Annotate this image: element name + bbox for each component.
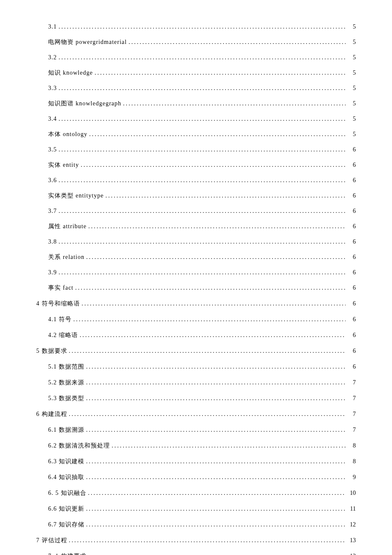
toc-entry-label: 电网物资 powergridmaterial — [48, 38, 127, 46]
toc-entry-page: 6 — [347, 316, 356, 323]
toc-leader-dots — [86, 363, 346, 370]
toc-entry[interactable]: 知识 knowledge5 — [36, 69, 356, 77]
toc-leader-dots — [59, 269, 346, 276]
toc-entry-label: 属性 attribute — [48, 223, 86, 230]
toc-entry[interactable]: 实体类型 entitytype6 — [36, 192, 356, 200]
toc-entry[interactable]: 6.3 知识建模8 — [36, 458, 356, 465]
toc-entry-label: 6 构建流程 — [36, 410, 67, 418]
toc-entry-page: 5 — [347, 116, 356, 122]
toc-entry-page: 6 — [347, 177, 356, 184]
toc-entry[interactable]: 6 构建流程7 — [36, 410, 356, 418]
toc-entry-label: 事实 fact — [48, 284, 73, 292]
toc-entry[interactable]: 6.4 知识抽取9 — [36, 474, 356, 481]
toc-entry[interactable]: 6.2 数据清洗和预处理8 — [36, 442, 356, 450]
toc-entry[interactable]: 3.9 6 — [36, 269, 356, 276]
toc-entry[interactable]: 6. 5 知识融合10 — [36, 489, 356, 497]
toc-entry[interactable]: 事实 fact6 — [36, 284, 356, 292]
toc-entry-page: 13 — [347, 537, 356, 544]
toc-entry[interactable]: 6.1 数据溯源7 — [36, 426, 356, 434]
toc-leader-dots — [106, 192, 346, 199]
toc-entry[interactable]: 3.6 6 — [36, 177, 356, 184]
toc-entry-label: 3.7 — [48, 208, 57, 215]
toc-entry-label: 知识图谱 knowledgegraph — [48, 100, 121, 108]
toc-entry-label: 实体类型 entitytype — [48, 192, 104, 200]
toc-leader-dots — [89, 131, 346, 138]
toc-leader-dots — [86, 474, 346, 481]
toc-leader-dots — [86, 395, 346, 402]
toc-entry[interactable]: 3.7 6 — [36, 208, 356, 215]
toc-entry-page: 6 — [347, 332, 356, 339]
toc-leader-dots — [69, 348, 346, 355]
toc-leader-dots — [59, 116, 346, 122]
toc-leader-dots — [86, 427, 346, 433]
toc-leader-dots — [86, 254, 346, 261]
toc-entry-page: 5 — [347, 100, 356, 107]
toc-entry[interactable]: 4.1 符号6 — [36, 316, 356, 323]
toc-entry-page: 7 — [347, 395, 356, 402]
toc-entry[interactable]: 3.5 6 — [36, 146, 356, 153]
toc-entry-page: 6 — [347, 363, 356, 370]
toc-entry[interactable]: 3.3 5 — [36, 85, 356, 92]
toc-entry-page: 8 — [347, 458, 356, 465]
toc-entry-page: 5 — [347, 85, 356, 92]
toc-entry-label: 6.7 知识存储 — [48, 521, 84, 529]
toc-entry[interactable]: 4 符号和缩略语6 — [36, 300, 356, 308]
toc-entry-page: 5 — [347, 23, 356, 30]
toc-entry-label: 3.4 — [48, 116, 57, 122]
toc-leader-dots — [81, 162, 346, 169]
toc-leader-dots — [88, 223, 346, 230]
toc-leader-dots — [82, 300, 346, 307]
toc-entry[interactable]: 本体 ontology5 — [36, 131, 356, 138]
toc-entry[interactable]: 3.8 6 — [36, 238, 356, 245]
toc-leader-dots — [69, 537, 346, 544]
toc-leader-dots — [80, 332, 346, 339]
toc-leader-dots — [59, 238, 346, 245]
toc-entry[interactable]: 5.1 数据范围6 — [36, 363, 356, 371]
toc-entry[interactable]: 4.2 缩略语6 — [36, 331, 356, 339]
toc-entry-page: 5 — [347, 54, 356, 61]
toc-entry[interactable]: 3.4 5 — [36, 116, 356, 122]
toc-leader-dots — [112, 442, 346, 449]
toc-entry-label: 关系 relation — [48, 253, 84, 261]
toc-entry-label: 6.4 知识抽取 — [48, 474, 84, 481]
toc-entry-page: 5 — [347, 39, 356, 46]
toc-entry[interactable]: 5.2 数据来源7 — [36, 379, 356, 386]
toc-leader-dots — [75, 285, 346, 291]
toc-entry-page: 6 — [347, 162, 356, 169]
toc-entry[interactable]: 3.2 5 — [36, 54, 356, 61]
toc-entry[interactable]: 3.15 — [36, 23, 356, 30]
toc-entry-label: 6.6 知识更新 — [48, 505, 84, 513]
toc-entry-page: 13 — [347, 553, 356, 555]
toc-entry-page: 6 — [347, 208, 356, 215]
toc-entry-page: 6 — [347, 348, 356, 355]
toc-entry[interactable]: 实体 entity6 — [36, 161, 356, 169]
toc-entry-page: 7 — [347, 379, 356, 386]
toc-entry[interactable]: 5 数据要求6 — [36, 347, 356, 355]
toc-leader-dots — [59, 177, 346, 184]
toc-entry[interactable]: 6.7 知识存储12 — [36, 521, 356, 529]
toc-entry[interactable]: 知识图谱 knowledgegraph5 — [36, 100, 356, 108]
toc-entry-page: 12 — [347, 521, 356, 528]
toc-entry[interactable]: 关系 relation6 — [36, 253, 356, 261]
toc-entry-page: 10 — [347, 490, 356, 497]
toc-entry[interactable]: 7 评估过程13 — [36, 537, 356, 544]
toc-entry[interactable]: 6.6 知识更新11 — [36, 505, 356, 513]
toc-entry-label: 4 符号和缩略语 — [36, 300, 80, 308]
toc-entry[interactable]: 7. 1 构建要求13 — [36, 552, 356, 555]
toc-entry[interactable]: 5.3 数据类型7 — [36, 395, 356, 402]
toc-leader-dots — [95, 70, 346, 76]
toc-entry[interactable]: 属性 attribute6 — [36, 223, 356, 230]
toc-entry-label: 6.3 知识建模 — [48, 458, 84, 465]
toc-entry-label: 7 评估过程 — [36, 537, 67, 544]
toc-entry-label: 4.1 符号 — [48, 316, 72, 323]
toc-leader-dots — [59, 208, 346, 215]
toc-entry[interactable]: 电网物资 powergridmaterial5 — [36, 38, 356, 46]
toc-entry-page: 6 — [347, 223, 356, 230]
toc-entry-label: 6.1 数据溯源 — [48, 426, 84, 434]
toc-entry-page: 5 — [347, 70, 356, 76]
toc-entry-label: 6.2 数据清洗和预处理 — [48, 442, 110, 450]
toc-leader-dots — [86, 521, 346, 528]
toc-leader-dots — [86, 506, 346, 512]
toc-leader-dots — [86, 458, 346, 465]
toc-entry-label: 4.2 缩略语 — [48, 331, 78, 339]
